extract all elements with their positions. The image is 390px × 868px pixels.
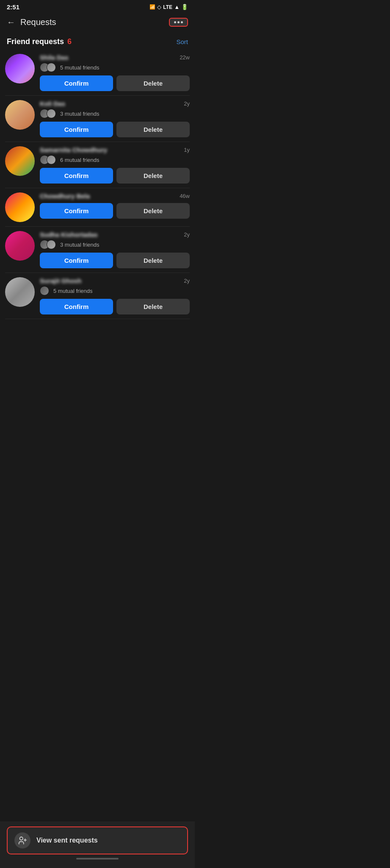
mutual-count-text: 5 mutual friends [60,64,100,71]
request-item: Shila Das22w5 mutual friendsConfirmDelet… [5,50,190,96]
page-title: Requests [20,17,56,27]
status-time: 2:51 [7,3,19,11]
request-time: 1y [184,147,190,153]
request-time: 22w [180,54,190,61]
request-time: 2y [184,100,190,107]
status-bar: 2:51 📶 ◇ LTE ▲ 🔋 [0,0,195,13]
request-info: Samarnita Chowdhury1y6 mutual friendsCon… [40,146,190,184]
mutual-avatar [40,286,49,295]
confirm-button[interactable]: Confirm [40,299,113,314]
avatar [5,231,35,261]
request-info: Koli Das2y3 mutual friendsConfirmDelete [40,100,190,137]
mutual-friends: 5 mutual friends [40,286,190,295]
delete-button[interactable]: Delete [116,253,190,268]
request-name-row: Sudha Kishortadas2y [40,231,190,238]
action-buttons: ConfirmDelete [40,168,190,184]
action-buttons: ConfirmDelete [40,122,190,137]
mutual-friends: 3 mutual friends [40,109,190,118]
status-icons: 📶 ◇ LTE ▲ 🔋 [149,4,188,10]
avatar [5,146,35,176]
mutual-friends: 5 mutual friends [40,63,190,72]
battery-icon: 🔋 [181,4,188,10]
request-item: Surajit Ghosh2y5 mutual friendsConfirmDe… [5,273,190,319]
mutual-count-text: 3 mutual friends [60,111,100,117]
avatar [5,54,35,83]
request-item: Chowdhury Bela46wConfirmDelete [5,188,190,227]
section-header: Friend requests 6 Sort [0,31,195,50]
delete-button[interactable]: Delete [116,203,190,219]
signal-icon: 📶 [149,4,155,10]
delete-button[interactable]: Delete [116,299,190,314]
section-title: Friend requests 6 [7,37,72,46]
dot-3 [181,21,183,23]
mutual-count-text: 5 mutual friends [53,288,93,294]
request-name-row: Chowdhury Bela46w [40,192,190,200]
delete-button[interactable]: Delete [116,75,190,91]
request-item: Samarnita Chowdhury1y6 mutual friendsCon… [5,142,190,188]
avatar [5,277,35,307]
request-name: Chowdhury Bela [40,192,90,200]
request-info: Surajit Ghosh2y5 mutual friendsConfirmDe… [40,277,190,314]
action-buttons: ConfirmDelete [40,299,190,314]
mutual-avatars [40,155,53,164]
mutual-avatars [40,240,53,249]
confirm-button[interactable]: Confirm [40,168,113,184]
request-time: 2y [184,231,190,238]
mutual-avatar [47,63,56,72]
delete-button[interactable]: Delete [116,122,190,137]
confirm-button[interactable]: Confirm [40,253,113,268]
mutual-count-text: 3 mutual friends [60,242,100,248]
request-name: Samarnita Chowdhury [40,146,107,153]
request-name: Sudha Kishortadas [40,231,98,238]
more-options-button[interactable] [169,18,188,27]
mutual-avatar [47,240,56,249]
delete-button[interactable]: Delete [116,168,190,184]
mutual-avatars [40,109,53,118]
lte-label: LTE [163,4,172,10]
mutual-avatars [40,63,53,72]
request-item: Koli Das2y3 mutual friendsConfirmDelete [5,96,190,142]
action-buttons: ConfirmDelete [40,203,190,219]
request-name-row: Shila Das22w [40,54,190,61]
action-buttons: ConfirmDelete [40,75,190,91]
request-time: 2y [184,278,190,284]
friend-requests-count: 6 [67,37,72,46]
mutual-avatar [47,155,56,164]
mutual-friends: 3 mutual friends [40,240,190,249]
request-info: Chowdhury Bela46wConfirmDelete [40,192,190,219]
header-left: ← Requests [7,17,56,27]
request-name: Surajit Ghosh [40,277,81,284]
requests-list: Shila Das22w5 mutual friendsConfirmDelet… [0,50,195,319]
mutual-friends: 6 mutual friends [40,155,190,164]
confirm-button[interactable]: Confirm [40,75,113,91]
avatar [5,100,35,130]
request-name: Koli Das [40,100,65,107]
dot-1 [174,21,176,23]
request-item: Sudha Kishortadas2y3 mutual friendsConfi… [5,227,190,273]
request-info: Sudha Kishortadas2y3 mutual friendsConfi… [40,231,190,268]
signal-bars-icon: ▲ [174,4,180,10]
request-name: Shila Das [40,54,69,61]
action-buttons: ConfirmDelete [40,253,190,268]
header: ← Requests [0,13,195,31]
mutual-avatar [47,109,56,118]
dot-2 [177,21,180,23]
back-button[interactable]: ← [7,17,15,27]
friend-requests-label: Friend requests [7,37,64,46]
mutual-count-text: 6 mutual friends [60,157,100,163]
request-name-row: Samarnita Chowdhury1y [40,146,190,153]
request-time: 46w [180,193,190,199]
confirm-button[interactable]: Confirm [40,122,113,137]
mutual-avatars [40,286,47,295]
request-name-row: Koli Das2y [40,100,190,107]
request-name-row: Surajit Ghosh2y [40,277,190,284]
wifi-icon: ◇ [157,4,161,10]
avatar [5,192,35,222]
confirm-button[interactable]: Confirm [40,203,113,219]
sort-button[interactable]: Sort [176,38,188,45]
request-info: Shila Das22w5 mutual friendsConfirmDelet… [40,54,190,91]
